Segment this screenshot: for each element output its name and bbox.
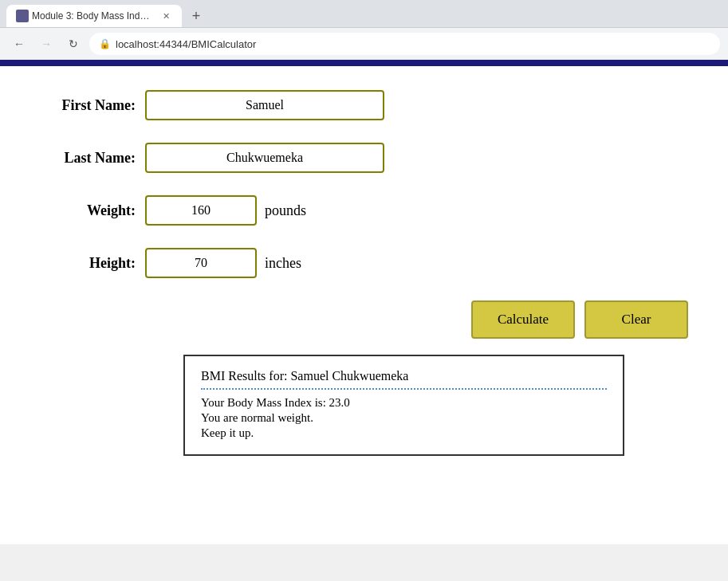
forward-button[interactable]: →: [35, 33, 57, 55]
results-divider: [201, 388, 607, 390]
tab-close-button[interactable]: ✕: [159, 10, 172, 22]
last-name-input[interactable]: [145, 143, 384, 173]
first-name-label: First Name:: [40, 97, 136, 114]
results-status-line: You are normal weight.: [201, 411, 607, 425]
main-content: First Name: Last Name: Weight: pounds He…: [0, 66, 728, 544]
first-name-input[interactable]: [145, 90, 384, 120]
new-tab-button[interactable]: +: [185, 5, 207, 27]
results-advice-line: Keep it up.: [201, 426, 607, 440]
tab-title: Module 3: Body Mass Index Calc: [32, 10, 153, 22]
tab-favicon: [16, 10, 29, 22]
height-label: Height:: [40, 255, 136, 272]
back-button[interactable]: ←: [8, 33, 30, 55]
nav-bar: ← → ↻ 🔒 localhost:44344/BMICalculator: [0, 27, 728, 60]
app-header-bar: [0, 60, 728, 66]
button-row: Calculate Clear: [40, 300, 688, 339]
last-name-group: Last Name:: [40, 143, 688, 173]
results-title: BMI Results for: Samuel Chukwuemeka: [201, 369, 607, 383]
address-text: localhost:44344/BMICalculator: [116, 38, 256, 50]
weight-input[interactable]: [145, 195, 257, 226]
height-group: Height: inches: [40, 248, 688, 278]
weight-group: Weight: pounds: [40, 195, 688, 226]
last-name-label: Last Name:: [40, 150, 136, 167]
tab-bar: Module 3: Body Mass Index Calc ✕ +: [0, 0, 728, 27]
weight-unit: pounds: [265, 202, 306, 219]
results-bmi-line: Your Body Mass Index is: 23.0: [201, 396, 607, 410]
results-box: BMI Results for: Samuel Chukwuemeka Your…: [183, 355, 624, 456]
browser-chrome: Module 3: Body Mass Index Calc ✕ + ← → ↻…: [0, 0, 728, 60]
first-name-group: First Name:: [40, 90, 688, 120]
lock-icon: 🔒: [99, 38, 111, 49]
weight-label: Weight:: [40, 202, 136, 219]
clear-button[interactable]: Clear: [584, 300, 688, 339]
calculate-button[interactable]: Calculate: [471, 300, 575, 339]
height-input[interactable]: [145, 248, 257, 278]
address-bar[interactable]: 🔒 localhost:44344/BMICalculator: [89, 33, 720, 55]
active-tab[interactable]: Module 3: Body Mass Index Calc ✕: [6, 5, 182, 27]
reload-button[interactable]: ↻: [62, 33, 85, 55]
height-unit: inches: [265, 255, 301, 272]
